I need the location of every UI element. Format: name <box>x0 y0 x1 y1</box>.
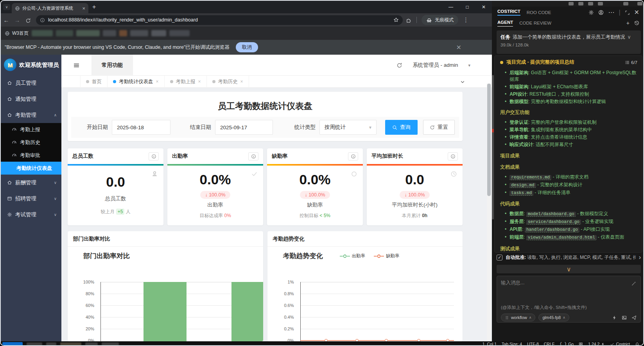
tab-close-icon[interactable]: × <box>156 79 159 84</box>
bar-2[interactable] <box>231 282 263 341</box>
card-info-button[interactable] <box>149 152 159 161</box>
page-tab-考勤历史[interactable]: 考勤历史× <box>207 76 249 88</box>
collapse-bar[interactable]: ∨ <box>497 265 641 273</box>
bookmark-star-icon[interactable] <box>393 17 399 23</box>
site-info-icon[interactable] <box>40 17 45 23</box>
send-icon[interactable] <box>631 314 637 321</box>
browser-tab[interactable]: 分公司-人力资源管理系统 × <box>12 3 88 13</box>
tab-agent[interactable]: AGENT <box>497 20 513 27</box>
page-tab-考勤上报[interactable]: 考勤上报× <box>165 76 207 88</box>
statusbar-item-CRLF[interactable]: CRLF <box>544 342 554 346</box>
tab-roo-code[interactable]: ROO CODE <box>527 10 551 15</box>
code-link[interactable]: tasks.md <box>509 191 533 196</box>
sidebar-item-通知管理[interactable]: 通知管理 <box>1 91 61 107</box>
code-link[interactable]: requirements.md <box>509 175 551 180</box>
layout-icon[interactable] <box>569 2 574 5</box>
page-tab-考勤统计仪表盘[interactable]: 考勤统计仪表盘× <box>108 76 165 88</box>
code-link[interactable]: handler/dashboard.go <box>525 227 579 232</box>
settings-gear-icon[interactable] <box>588 9 594 16</box>
titlebar-icon[interactable] <box>623 2 628 5</box>
reload-icon[interactable] <box>23 16 34 23</box>
end-date-input[interactable] <box>215 120 273 135</box>
statusbar-item-Costrict[interactable]: Costrict <box>610 342 630 346</box>
sidebar-item-考勤管理[interactable]: 考勤管理∧ <box>1 107 61 123</box>
card-info-button[interactable] <box>348 152 358 161</box>
history-icon[interactable] <box>634 20 639 27</box>
maximize-button[interactable]: □ <box>459 1 475 13</box>
minimize-button[interactable]: — <box>443 1 459 13</box>
account-icon[interactable] <box>598 9 604 16</box>
card-info-button[interactable] <box>448 152 458 161</box>
remote-indicator[interactable] <box>2 342 23 346</box>
bookmark-item[interactable]: W3首页 <box>5 30 29 37</box>
infobar-close-icon[interactable]: ✕ <box>456 44 461 51</box>
panel-scrollbar[interactable] <box>492 75 494 219</box>
statusbar-item-1, Col 1[interactable]: 1, Col 1 <box>483 342 497 346</box>
statusbar-item-Tab Size: 4[interactable]: Tab Size: 4 <box>502 342 522 346</box>
layout-icon[interactable] <box>588 2 593 5</box>
enhance-prompt-wand-icon[interactable] <box>631 280 637 287</box>
statusbar-item-UTF-8[interactable]: UTF-8 <box>527 342 539 346</box>
layout-icon[interactable] <box>598 2 603 5</box>
statusbar-item[interactable] <box>579 342 583 346</box>
reset-button[interactable]: 重置 <box>423 120 455 135</box>
task-chevron-icon[interactable]: ∨ <box>628 34 631 41</box>
legend-item[interactable]: 出勤率 <box>340 253 366 259</box>
statusbar-item[interactable] <box>635 342 639 346</box>
code-link[interactable]: model/dashboard.go <box>526 212 576 217</box>
close-button[interactable]: ✕ <box>475 1 492 13</box>
statusbar-item-1.24.2[interactable]: 1.24.2 <box>588 342 605 346</box>
auto-approve-expand-icon[interactable]: › <box>639 254 641 261</box>
collapse-menu-icon[interactable] <box>73 62 80 69</box>
code-link[interactable]: service/dashboard.go <box>526 219 581 225</box>
image-icon[interactable] <box>622 314 627 321</box>
more-actions-icon[interactable]: ⋯ <box>608 9 614 16</box>
sidebar-item-考勤上报[interactable]: 考勤上报 <box>1 123 61 136</box>
message-input[interactable] <box>501 280 626 301</box>
query-button[interactable]: 查询 <box>385 120 418 135</box>
sidebar-item-考勤历史[interactable]: 考勤历史 <box>1 136 61 149</box>
address-bar[interactable]: localhost:8888/index#//authority_render_… <box>36 15 403 25</box>
expand-panel-icon[interactable] <box>625 9 630 16</box>
card-info-button[interactable] <box>248 152 258 161</box>
tab-close-icon[interactable]: × <box>82 5 85 11</box>
code-link[interactable]: design.md <box>509 183 536 188</box>
sidebar-item-考试管理[interactable]: 考试管理∨ <box>1 207 61 223</box>
sidebar-item-考勤审批[interactable]: 考勤审批 <box>1 149 61 162</box>
sidebar-item-员工管理[interactable]: 员工管理 <box>1 75 61 91</box>
current-user-label[interactable]: 系统管理员 - admin <box>413 62 458 69</box>
close-panel-icon[interactable]: ✕ <box>634 9 639 16</box>
legend-item[interactable]: 缺勤率 <box>374 253 400 259</box>
stat-type-select[interactable]: 按周统计 ▼ <box>319 120 377 135</box>
tabs-dropdown-icon[interactable] <box>460 78 465 85</box>
sidebar-item-薪酬管理[interactable]: 薪酬管理∨ <box>1 175 61 191</box>
forward-icon[interactable]: → <box>12 17 23 23</box>
layout-icon[interactable] <box>578 2 583 5</box>
new-task-plus-icon[interactable]: + <box>626 20 630 26</box>
sidebar-item-考勤统计仪表盘[interactable]: 考勤统计仪表盘 <box>1 162 61 175</box>
tab-costrict[interactable]: COSTRICT <box>497 9 520 16</box>
extensions-icon[interactable] <box>406 16 412 23</box>
browser-scrollbar[interactable] <box>487 84 491 341</box>
auto-approve-row[interactable]: ✓ 自动批准: 读取, 写入, 执行, 浏览器, MCP, 模式, 子任务, 重… <box>497 254 641 261</box>
code-link[interactable]: views/admin_dashboard.html <box>526 235 597 240</box>
statusbar-item-Go[interactable]: { }Go <box>560 342 574 346</box>
bolt-icon[interactable] <box>612 314 617 321</box>
new-tab-button[interactable]: + <box>92 4 96 11</box>
bar-1[interactable] <box>144 282 187 341</box>
tab-search-caret-icon[interactable]: ∨ <box>3 4 10 10</box>
todo-counter[interactable]: 6/7 <box>625 60 637 65</box>
sidebar-item-招聘管理[interactable]: 招聘管理∨ <box>1 191 61 207</box>
back-icon[interactable]: ← <box>1 17 12 23</box>
browser-menu-kebab-icon[interactable]: ⋮ <box>463 16 469 23</box>
user-caret-icon[interactable]: ▾ <box>468 63 470 68</box>
task-summary-box[interactable]: 任务 添加一个简单的数据统计仪表盘，展示员工考勤情况 ∨ 39.0k / 128… <box>497 30 641 54</box>
quick-functions-tab[interactable]: 常用功能 <box>91 55 133 76</box>
start-date-input[interactable] <box>112 120 170 135</box>
tab-close-icon[interactable]: × <box>240 79 243 84</box>
infobar-cancel-button[interactable]: 取消 <box>236 42 258 52</box>
tab-close-icon[interactable]: × <box>198 79 201 84</box>
auto-approve-checkbox[interactable]: ✓ <box>497 255 502 260</box>
pill-glm45-fp8[interactable]: glm45-fp8∧ <box>538 314 569 321</box>
titlebar-icon[interactable] <box>637 2 642 5</box>
